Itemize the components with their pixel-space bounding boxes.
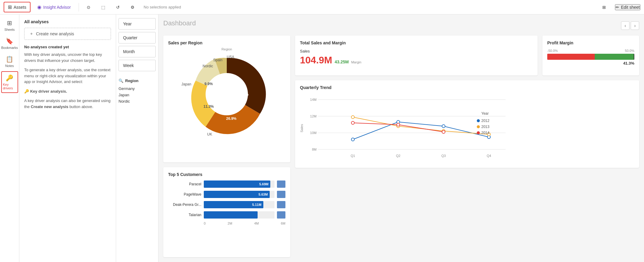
pm-marker (634, 54, 634, 60)
sales-per-region-card: Sales per Region Region USA Japan Nordic… (163, 36, 290, 162)
bar-talarian: Talarian (168, 211, 285, 219)
filter-week[interactable]: Week (119, 60, 156, 71)
sales-block: Sales 104.9M 43.25M Margin (300, 49, 533, 66)
filter-year[interactable]: Year (119, 18, 156, 30)
sales-value: 104.9M (300, 55, 332, 66)
grid-view-button[interactable]: ⊞ (598, 2, 610, 12)
sidebar-item-key-drivers[interactable]: 🔑 Key drivers (1, 71, 18, 93)
bar-label-paracel: Paracel (168, 182, 201, 186)
dashboard-title: Dashboard (163, 19, 196, 27)
notes-label: Notes (5, 64, 14, 68)
bar-val-paracel: 5.69M (259, 182, 268, 186)
pm-scale: -50.0% 50.0% (547, 49, 634, 53)
notes-icon: 📋 (6, 56, 13, 63)
quarterly-trend-card: Quarterly Trend Sales 14M 12M (295, 80, 639, 168)
pm-max-label: 50.0% (625, 49, 634, 53)
pm-bar-negative (547, 54, 595, 60)
y-14m: 14M (310, 98, 317, 101)
usa-label: USA (227, 55, 234, 59)
assets-button[interactable]: ⊞ Assets (4, 2, 31, 12)
bar-side-deak (277, 201, 285, 208)
japan-pct: 11.3% (203, 104, 214, 109)
nordic-label: Nordic (203, 64, 213, 68)
legend-2012-dot (477, 119, 480, 122)
no-selections-label: No selections applied (144, 5, 181, 9)
selection-icon: ⬚ (101, 5, 105, 10)
bar-side-talarian (277, 211, 285, 219)
x-q4: Q4 (487, 154, 491, 158)
selection-button[interactable]: ⬚ (97, 2, 109, 12)
region-japan[interactable]: Japan (119, 92, 156, 98)
point-2014-q2 (397, 123, 400, 126)
pm-bar-positive (595, 54, 634, 60)
insight-advisor-button[interactable]: ◉ Insight Advisor (33, 2, 75, 12)
point-2013-q1 (351, 116, 354, 119)
bar-track-talarian (204, 211, 275, 219)
axis-4m: 4M (254, 222, 259, 225)
lasso-button[interactable]: ⊙ (83, 2, 95, 12)
legend-2012: 2012 (481, 119, 490, 123)
undo-icon: ↺ (116, 5, 120, 10)
bar-side-paracel (277, 181, 285, 188)
bar-axis: 0 2M 4M 6M (168, 222, 285, 225)
point-2014-q3 (442, 130, 445, 133)
key-drivers-icon: 🔑 (6, 74, 13, 81)
lasso-icon: ⊙ (87, 5, 90, 10)
y-axis-label: Sales (300, 124, 304, 133)
right-section: Total Sales and Margin Sales 104.9M 43.2… (295, 36, 639, 162)
pencil-icon: ✏ (616, 5, 619, 10)
create-analysis-button[interactable]: ＋ Create new analysis (24, 28, 111, 40)
point-2012-q1 (351, 138, 354, 141)
bottom-row: Top 5 Customers Paracel 5.69M PageWave (163, 167, 639, 257)
total-sales-title: Total Sales and Margin (300, 40, 533, 45)
spain-label: Spain (213, 58, 223, 62)
donut-wrapper: Region USA Japan Nordic Spain UK (178, 49, 275, 145)
undo-button[interactable]: ↺ (112, 2, 124, 12)
create-analysis-inline-link[interactable]: Create new analysis (31, 104, 68, 109)
key-drivers-label: Key drivers (3, 83, 16, 90)
sidebar-item-sheets[interactable]: ⊞ Sheets (1, 17, 18, 34)
legend-2013: 2013 (481, 125, 490, 129)
region-nordic[interactable]: Nordic (119, 98, 156, 104)
bar-fill-talarian (204, 211, 258, 219)
filters-panel: Year Quarter Month Week 🔍 Region Germany… (116, 14, 158, 262)
quarterly-trend-title: Quarterly Trend (300, 85, 634, 90)
nav-separator (79, 3, 79, 11)
prev-arrow-button[interactable]: ‹ (621, 21, 629, 30)
total-sales-card: Total Sales and Margin Sales 104.9M 43.2… (295, 36, 538, 75)
key-driver-link[interactable]: Key driver analysis. (30, 89, 67, 94)
legend-2014: 2014 (481, 131, 490, 135)
bar-val-deak: 5.11M (252, 203, 262, 206)
bar-val-pagewave: 5.63M (259, 193, 268, 196)
donut-chart-svg: 45.5% 26.9% 11.3% 9.9% (178, 49, 275, 139)
search-icon: 🔍 (119, 78, 123, 83)
margin-label: Margin (351, 60, 361, 64)
axis-2m: 2M (228, 222, 232, 225)
sidebar-title: All analyses (24, 19, 111, 24)
sidebar-desc2: To generate a key driver analysis, use t… (24, 67, 111, 85)
region-legend-label: Region (222, 47, 232, 51)
top-metrics-row: Total Sales and Margin Sales 104.9M 43.2… (295, 36, 639, 75)
filter-month[interactable]: Month (119, 46, 156, 57)
assets-icon: ⊞ (8, 4, 12, 10)
sales-label: Sales (300, 49, 533, 53)
plus-icon: ＋ (29, 31, 34, 37)
bookmarks-icon: 🔖 (6, 37, 13, 45)
insight-label: Insight Advisor (43, 5, 71, 10)
sidebar-item-notes[interactable]: 📋 Notes (1, 53, 18, 70)
no-analyses-title: No analyses created yet (24, 45, 111, 49)
sidebar-item-bookmarks[interactable]: 🔖 Bookmarks (1, 35, 18, 52)
icon-bar: ⊞ Sheets 🔖 Bookmarks 📋 Notes 🔑 Key drive… (0, 14, 19, 262)
y-8m: 8M (312, 148, 317, 151)
bar-track-paracel: 5.69M (204, 181, 275, 188)
usa-pct: 45.5% (238, 92, 249, 97)
filter-quarter[interactable]: Quarter (119, 32, 156, 43)
settings-button[interactable]: ⚙ (126, 2, 139, 12)
x-q2: Q2 (396, 154, 401, 158)
profit-margin-card: Profit Margin -50.0% 50.0% 41.3% (542, 36, 639, 75)
gear-icon: ⚙ (131, 5, 135, 10)
next-arrow-button[interactable]: › (631, 21, 639, 30)
edit-sheet-button[interactable]: ✏ Edit sheet (615, 4, 640, 10)
region-germany[interactable]: Germany (119, 85, 156, 92)
pm-min-label: -50.0% (547, 49, 558, 53)
